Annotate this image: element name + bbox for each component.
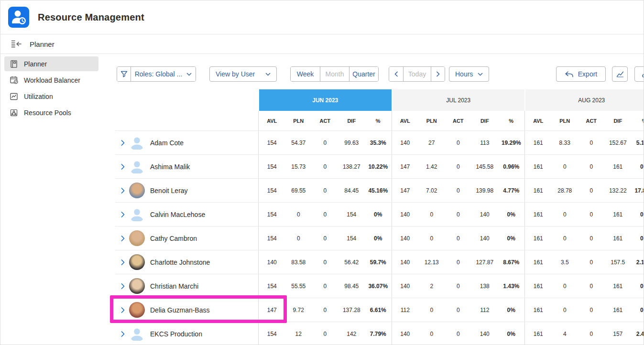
- expand-chevron-icon[interactable]: [121, 259, 125, 265]
- column-header-group: AVLPLNACTDIF%: [524, 111, 644, 130]
- value-cell: 4: [552, 322, 579, 345]
- avatar: [129, 159, 145, 174]
- chart-button[interactable]: [612, 66, 628, 82]
- value-cell: 0%: [631, 226, 644, 250]
- expand-chevron-icon[interactable]: [121, 236, 125, 241]
- value-cell: 112: [392, 298, 419, 322]
- value-cell: 140: [471, 226, 498, 250]
- value-cell: 137.28: [338, 298, 365, 322]
- value-cell: 142: [338, 322, 365, 345]
- value-cell: 0: [552, 226, 579, 250]
- expand-chevron-icon[interactable]: [121, 331, 125, 337]
- next-period-button[interactable]: [431, 67, 445, 81]
- month-value-group: 15454.37099.6335.3%: [258, 131, 392, 154]
- table-row: Christian Marchi15455.55098.4536.07%1402…: [115, 274, 644, 298]
- link-button[interactable]: [634, 66, 644, 82]
- column-header-row: AVLPLNACTDIF%AVLPLNACTDIF%AVLPLNACTDIF%: [115, 111, 644, 130]
- value-cell: 3.5: [552, 250, 579, 274]
- value-cell: 154: [259, 179, 285, 202]
- sidebar-item-resource-pools[interactable]: Resource Pools: [4, 105, 98, 120]
- expand-chevron-icon[interactable]: [121, 188, 125, 194]
- value-cell: 7.02: [418, 179, 445, 202]
- user-name-cell[interactable]: Benoit Leray: [115, 179, 258, 202]
- sidebar-item-utilization[interactable]: Utilization: [4, 89, 98, 104]
- user-name-cell[interactable]: Delia Guzman-Bass: [115, 298, 258, 322]
- month-value-group: 140001400%: [392, 322, 525, 345]
- month-header-cell[interactable]: JUL 2023: [392, 89, 525, 111]
- month-value-group: 161001610%: [524, 298, 644, 322]
- sidebar: Planner Workload Balancer: [0, 54, 108, 345]
- sidebar-item-label: Workload Balancer: [24, 76, 80, 84]
- export-button[interactable]: Export: [556, 66, 606, 82]
- month-header-cell[interactable]: JUN 2023: [258, 89, 392, 111]
- roles-filter-combo: Roles: Global ...: [117, 66, 196, 82]
- value-cell: 17.88%: [631, 179, 644, 202]
- column-header: AVL: [259, 111, 285, 130]
- table-row: Delia Guzman-Bass1479.720137.286.61%1120…: [115, 298, 644, 322]
- app-logo-icon: [8, 7, 29, 28]
- planner-icon: [9, 59, 19, 69]
- user-name-cell[interactable]: Calvin MacLehose: [115, 203, 258, 226]
- user-name: Ashima Malik: [150, 163, 190, 171]
- value-cell: 0: [445, 322, 472, 345]
- table-row: Cathy Cambron154001540%140001400%1610016…: [115, 226, 644, 250]
- month-value-group: 154001540%: [258, 203, 392, 226]
- value-cell: 154: [338, 203, 365, 226]
- planner-table: JUN 2023JUL 2023AUG 2023AVLPLNACTDIF%AVL…: [115, 89, 644, 345]
- column-header: ACT: [578, 111, 605, 130]
- value-cell: 0: [445, 250, 472, 274]
- chart-icon: [616, 71, 624, 77]
- column-header: %: [498, 111, 525, 130]
- utilization-icon: [9, 92, 19, 101]
- expand-chevron-icon[interactable]: [121, 164, 125, 170]
- range-quarter-button[interactable]: Quarter: [349, 67, 378, 81]
- user-name-cell[interactable]: EKCS Production: [115, 322, 258, 345]
- month-value-group: 161001610%: [524, 203, 644, 226]
- column-header: ACT: [312, 111, 338, 130]
- value-cell: 0: [418, 322, 445, 345]
- month-value-group: 1613.50157.52.17%: [524, 250, 644, 274]
- value-cell: 161: [605, 298, 632, 322]
- user-name-cell[interactable]: Christian Marchi: [115, 274, 258, 298]
- user-name-cell[interactable]: Adam Cote: [115, 131, 258, 154]
- sidebar-item-workload-balancer[interactable]: Workload Balancer: [4, 73, 98, 87]
- column-header: DIF: [471, 111, 498, 130]
- value-cell: 0%: [365, 226, 392, 250]
- table-row: Ashima Malik15415.730138.2710.22%1471.42…: [115, 154, 644, 178]
- value-cell: 0: [578, 274, 605, 298]
- user-name-cell[interactable]: Cathy Cambron: [115, 226, 258, 250]
- expand-chevron-icon[interactable]: [121, 212, 125, 217]
- expand-chevron-icon[interactable]: [121, 307, 125, 313]
- collapse-panel-icon[interactable]: [10, 39, 23, 49]
- expand-chevron-icon[interactable]: [121, 140, 125, 146]
- value-cell: 113: [471, 131, 498, 154]
- column-header-group: AVLPLNACTDIF%: [258, 111, 392, 130]
- value-cell: 140: [471, 203, 498, 226]
- range-week-button[interactable]: Week: [291, 67, 320, 81]
- sidebar-item-planner[interactable]: Planner: [4, 56, 98, 71]
- export-icon: [565, 71, 574, 78]
- user-name-cell[interactable]: Charlotte Johnstone: [115, 250, 258, 274]
- month-header-cell[interactable]: AUG 2023: [524, 89, 644, 111]
- value-cell: 0: [445, 298, 472, 322]
- today-button[interactable]: Today: [403, 67, 431, 81]
- filter-icon[interactable]: [117, 67, 131, 81]
- column-header: ACT: [445, 111, 472, 130]
- previous-period-button[interactable]: [389, 67, 403, 81]
- units-dropdown[interactable]: Hours: [449, 66, 489, 82]
- chevron-down-icon: [265, 73, 271, 76]
- value-cell: 5.18%: [631, 131, 644, 154]
- range-month-button[interactable]: Month: [320, 67, 349, 81]
- month-value-group: 1618.330152.675.18%: [524, 131, 644, 154]
- avatar: [129, 135, 145, 151]
- month-value-group: 16128.780132.2217.88%: [524, 179, 644, 202]
- expand-chevron-icon[interactable]: [121, 283, 125, 289]
- value-cell: 0: [552, 155, 579, 178]
- view-by-dropdown[interactable]: View by User: [209, 66, 277, 82]
- value-cell: 0: [312, 203, 338, 226]
- value-cell: 0: [445, 274, 472, 298]
- roles-dropdown[interactable]: Roles: Global ...: [131, 67, 196, 81]
- range-toggle: Week Month Quarter: [290, 66, 379, 82]
- user-name-cell[interactable]: Ashima Malik: [115, 155, 258, 178]
- value-cell: 98.45: [338, 274, 365, 298]
